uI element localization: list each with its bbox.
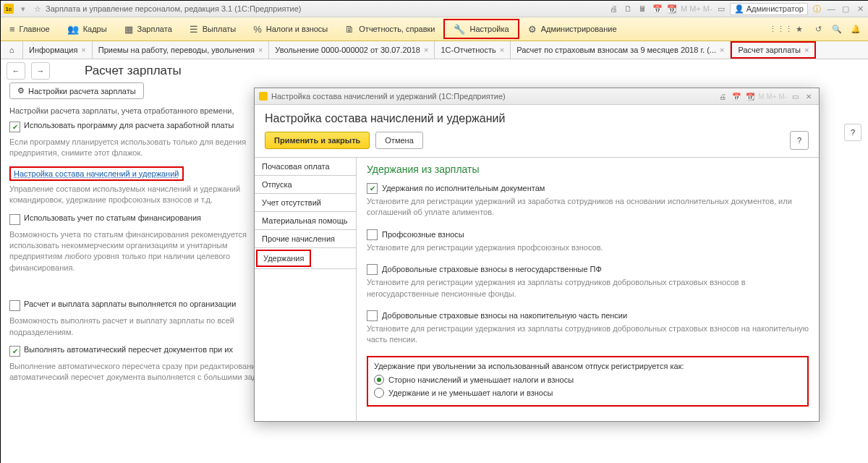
- window-title: Зарплата и управление персоналом, редакц…: [46, 4, 608, 13]
- report-icon: 🗎: [345, 24, 354, 35]
- memory-indicator: M M+ M-: [758, 90, 787, 102]
- label-deduction: Удержание и не уменьшает налоги и взносы: [388, 388, 553, 397]
- label-savings: Добровольные страховые взносы на накопит…: [382, 311, 627, 320]
- checkbox-use-program[interactable]: ✔: [9, 122, 20, 132]
- tab-info[interactable]: Информация×: [23, 41, 93, 59]
- gear-icon: ⚙: [528, 24, 537, 35]
- main-navbar: ≡Главное 👥Кадры ▦Зарплата ☰Выплаты %Нало…: [1, 17, 868, 41]
- back-button[interactable]: ←: [7, 62, 25, 80]
- checkbox-financing[interactable]: [9, 214, 20, 225]
- dropdown-icon[interactable]: ▾: [21, 4, 25, 14]
- minimize-icon[interactable]: —: [825, 3, 837, 14]
- apply-close-button[interactable]: Применить и закрыть: [265, 132, 370, 149]
- radio-deduction[interactable]: [374, 388, 384, 398]
- memory-indicator: M M+ M-: [681, 3, 712, 14]
- checkbox-pension-fund[interactable]: [367, 264, 378, 275]
- hint-financing: Возможность учета по статьям финансирова…: [9, 229, 255, 274]
- tab-deductions[interactable]: Удержания: [256, 250, 311, 267]
- people-icon: 👥: [67, 24, 79, 35]
- info-icon[interactable]: ⓘ: [811, 3, 822, 14]
- tab-other[interactable]: Прочие начисления: [255, 230, 356, 248]
- hint-savings: Установите для регистрации удержания из …: [367, 323, 809, 346]
- tab-vacations[interactable]: Отпуска: [255, 176, 356, 194]
- category-tabs: Почасовая оплата Отпуска Учет отсутствий…: [255, 157, 357, 423]
- maximize-icon[interactable]: ▢: [840, 3, 851, 14]
- close-icon[interactable]: ×: [424, 46, 428, 54]
- label-by-org: Расчет и выплата зарплаты выполняется по…: [24, 300, 236, 308]
- tab-home[interactable]: ⌂: [1, 41, 23, 59]
- date-icon[interactable]: 📆: [744, 90, 756, 102]
- doc-icon[interactable]: 🗋: [623, 3, 634, 14]
- close-icon[interactable]: ×: [258, 46, 263, 54]
- hint-by-org: Возможность выполнять расчет и выплату з…: [9, 315, 255, 338]
- hint-accruals: Управление составом используемых начисле…: [9, 184, 255, 206]
- page-title: Расчет зарплаты: [85, 64, 182, 78]
- nav-reports[interactable]: 🗎Отчетность, справки: [336, 17, 443, 41]
- nav-settings[interactable]: 🔧Настройка: [443, 19, 519, 39]
- label-union: Профсоюзные взносы: [382, 230, 464, 239]
- tab-dismissal[interactable]: Увольнение 0000-000002 от 30.07.2018×: [269, 41, 435, 59]
- close-icon[interactable]: ×: [81, 46, 85, 54]
- forward-button[interactable]: →: [31, 62, 50, 80]
- tab-insurance[interactable]: Расчет по страховым взносам за 9 месяцев…: [511, 41, 731, 59]
- help-button[interactable]: ?: [844, 124, 861, 141]
- dialog-heading: Настройка состава начислений и удержаний: [255, 105, 819, 131]
- checkbox-by-org[interactable]: [9, 300, 20, 311]
- nav-salary[interactable]: ▦Зарплата: [116, 17, 181, 41]
- close-icon[interactable]: ✕: [803, 90, 814, 102]
- favorite-icon[interactable]: ☆: [34, 4, 41, 14]
- search-icon[interactable]: 🔍: [831, 23, 843, 35]
- calc-icon[interactable]: 🖩: [637, 3, 649, 14]
- gear-icon: ⚙: [17, 86, 25, 95]
- tab-hourly[interactable]: Почасовая оплата: [255, 158, 356, 176]
- label-auto-recalc: Выполнять автоматический пересчет докуме…: [24, 345, 233, 354]
- dialog-title: Настройка состава начислений и удержаний…: [271, 92, 717, 101]
- label-storno: Сторно начислений и уменьшает налоги и в…: [388, 375, 574, 384]
- page-toolbar: ← → Расчет зарплаты: [1, 59, 868, 82]
- radio-storno[interactable]: [374, 375, 384, 385]
- close-icon[interactable]: ×: [804, 46, 809, 54]
- window-icon[interactable]: ▭: [715, 3, 727, 14]
- document-tabs: ⌂ Информация× Приемы на работу, переводы…: [1, 41, 868, 59]
- close-icon[interactable]: ✕: [854, 3, 866, 14]
- accruals-settings-dialog: Настройка состава начислений и удержаний…: [254, 88, 820, 422]
- dismissal-deduction-group: Удержание при увольнении за использованн…: [367, 356, 809, 407]
- calendar-icon[interactable]: 📅: [731, 90, 742, 102]
- help-button[interactable]: ?: [790, 131, 809, 150]
- label-use-program: Использовать программу для расчета зараб…: [24, 121, 234, 129]
- apps-icon[interactable]: ⋮⋮⋮: [775, 23, 786, 35]
- list-icon: ☰: [190, 24, 198, 35]
- checkbox-exec-docs[interactable]: ✔: [367, 183, 378, 194]
- print-icon[interactable]: 🖨: [717, 90, 728, 102]
- nav-main[interactable]: ≡Главное: [1, 17, 59, 41]
- link-accruals-settings[interactable]: Настройка состава начислений и удержаний: [14, 169, 179, 178]
- tab-1c-report[interactable]: 1С-Отчетность×: [435, 41, 511, 59]
- star-icon[interactable]: ★: [793, 23, 805, 35]
- dialog-titlebar: Настройка состава начислений и удержаний…: [255, 88, 819, 105]
- tab-aid[interactable]: Материальная помощь: [255, 212, 356, 230]
- history-icon[interactable]: ↺: [812, 23, 824, 35]
- bell-icon[interactable]: 🔔: [850, 23, 861, 35]
- date-icon[interactable]: 📆: [666, 3, 678, 14]
- window-icon[interactable]: ▭: [789, 90, 801, 102]
- radio-group-title: Удержание при увольнении за использованн…: [374, 362, 801, 370]
- deductions-panel: Удержания из зарплаты ✔Удержания по испо…: [357, 157, 819, 423]
- nav-taxes[interactable]: %Налоги и взносы: [244, 17, 336, 41]
- label-exec-docs: Удержания по исполнительным документам: [382, 184, 545, 192]
- checkbox-auto-recalc[interactable]: ✔: [9, 346, 20, 357]
- close-icon[interactable]: ×: [720, 46, 724, 54]
- salary-settings-button[interactable]: ⚙Настройки расчета зарплаты: [9, 82, 144, 99]
- print-icon[interactable]: 🖨: [608, 3, 620, 14]
- nav-payments[interactable]: ☰Выплаты: [181, 17, 244, 41]
- nav-admin[interactable]: ⚙Администрирование: [519, 17, 626, 41]
- tab-salary-calc[interactable]: Расчет зарплаты×: [731, 41, 816, 59]
- nav-personnel[interactable]: 👥Кадры: [59, 17, 116, 41]
- cancel-button[interactable]: Отмена: [375, 132, 422, 149]
- tab-absence[interactable]: Учет отсутствий: [255, 194, 356, 212]
- checkbox-union[interactable]: [367, 229, 378, 240]
- calendar-icon[interactable]: 📅: [652, 3, 663, 14]
- checkbox-savings[interactable]: [367, 310, 378, 321]
- close-icon[interactable]: ×: [500, 46, 504, 54]
- tab-hiring[interactable]: Приемы на работу, переводы, увольнения×: [93, 41, 270, 59]
- user-badge[interactable]: 👤Администратор: [730, 3, 808, 15]
